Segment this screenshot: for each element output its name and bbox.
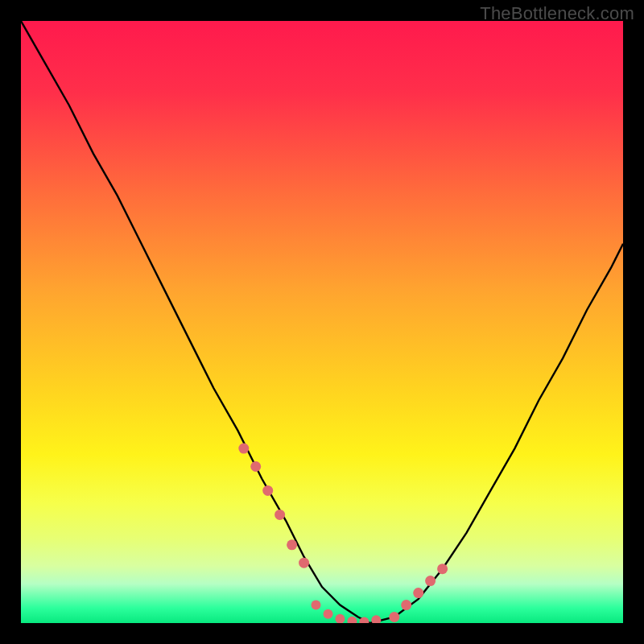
highlight-dot [238,444,249,454]
highlight-dot [335,614,345,623]
highlight-dot [287,539,297,550]
highlight-dot [437,564,448,574]
highlight-dot [371,615,381,623]
highlight-dot [250,461,261,472]
curve-layer [21,21,623,623]
highlight-dot [347,617,357,623]
highlight-dot [413,588,423,598]
highlight-dot [299,558,309,568]
highlight-dot [324,609,333,619]
watermark-text: TheBottleneck.com [480,3,634,24]
highlight-dots [238,444,448,623]
highlight-dot [312,601,321,610]
highlight-dot [389,612,399,622]
highlight-dot [425,576,436,586]
chart-frame [21,21,623,623]
highlight-dot [401,600,411,610]
highlight-dot [262,485,273,496]
bottleneck-curve [21,21,623,623]
highlight-dot [275,510,285,520]
